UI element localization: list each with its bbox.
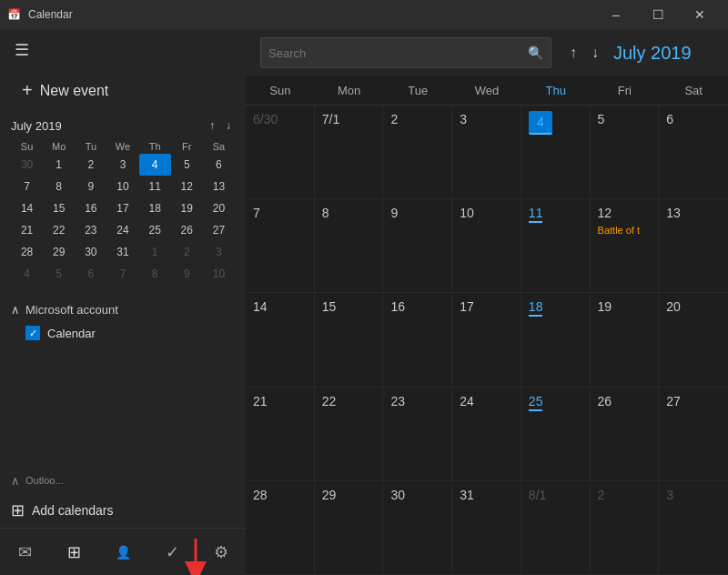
mini-cal-day[interactable]: 6: [203, 154, 235, 176]
mini-cal-day[interactable]: 3: [203, 241, 235, 263]
cal-cell[interactable]: 12Battle of t: [591, 199, 660, 292]
cal-cell[interactable]: 11: [521, 199, 591, 292]
cal-cell[interactable]: 13: [659, 199, 728, 292]
cal-cell[interactable]: 7: [246, 199, 315, 292]
mini-cal-day[interactable]: 15: [43, 197, 75, 219]
cal-cell[interactable]: 27: [659, 388, 728, 480]
mini-cal-day[interactable]: 18: [139, 197, 171, 219]
mini-cal-day[interactable]: 4: [139, 154, 171, 176]
cal-cell[interactable]: 5: [591, 106, 660, 198]
mini-cal-day[interactable]: 1: [139, 241, 171, 263]
cal-cell[interactable]: 17: [452, 293, 521, 386]
maximize-button[interactable]: ☐: [637, 0, 679, 29]
mini-cal-prev-button[interactable]: ↑: [206, 117, 218, 134]
mini-cal-day[interactable]: 2: [75, 154, 106, 176]
mini-cal-day[interactable]: 20: [203, 197, 235, 219]
cal-cell[interactable]: 2: [383, 106, 452, 198]
cal-cell[interactable]: 18: [521, 293, 591, 386]
mini-cal-day[interactable]: 23: [75, 219, 106, 241]
cal-cell[interactable]: 7/1: [315, 106, 384, 198]
mini-cal-day[interactable]: 21: [11, 219, 43, 241]
settings-nav-button[interactable]: ⚙: [197, 529, 246, 575]
mini-cal-day[interactable]: 9: [75, 176, 106, 197]
cal-cell[interactable]: 19: [591, 293, 660, 386]
mini-cal-day[interactable]: 5: [171, 154, 203, 176]
cal-cell[interactable]: 4: [521, 106, 591, 198]
cal-cell[interactable]: 8: [315, 199, 384, 292]
mini-cal-day[interactable]: 7: [106, 263, 138, 285]
cal-cell[interactable]: 10: [452, 199, 521, 292]
cal-cell[interactable]: 21: [246, 388, 315, 480]
next-month-button[interactable]: ↓: [588, 41, 602, 65]
mini-cal-day[interactable]: 2: [171, 241, 203, 263]
mini-cal-day[interactable]: 25: [139, 219, 171, 241]
account-header[interactable]: ∧ Microsoft account: [11, 299, 235, 320]
cal-cell[interactable]: 15: [315, 293, 384, 386]
cal-cell[interactable]: 20: [659, 293, 728, 386]
outlook-section[interactable]: ∧ Outloo...: [0, 468, 246, 493]
mini-cal-day[interactable]: 24: [106, 219, 138, 241]
mini-cal-day[interactable]: 3: [106, 154, 138, 176]
close-button[interactable]: ✕: [679, 0, 721, 29]
mini-cal-day[interactable]: 10: [203, 263, 235, 285]
mini-cal-day[interactable]: 16: [75, 197, 106, 219]
cal-cell[interactable]: 26: [591, 388, 660, 480]
mini-cal-day[interactable]: 22: [43, 219, 75, 241]
add-calendars-button[interactable]: ⊞ Add calendars: [0, 493, 246, 528]
mini-cal-day[interactable]: 6: [75, 263, 106, 285]
cal-cell[interactable]: 22: [315, 388, 384, 480]
cal-cell[interactable]: 3: [452, 106, 521, 198]
cal-cell[interactable]: 24: [452, 388, 521, 480]
mini-cal-day[interactable]: 8: [43, 176, 75, 197]
mini-cal-day[interactable]: 29: [43, 241, 75, 263]
search-input[interactable]: [268, 46, 528, 60]
mini-cal-day[interactable]: 28: [11, 241, 43, 263]
people-nav-button[interactable]: 👤: [98, 529, 147, 575]
mini-cal-day[interactable]: 8: [139, 263, 171, 285]
account-calendar-item[interactable]: Calendar: [11, 320, 235, 346]
mini-cal-day[interactable]: 5: [43, 263, 75, 285]
cal-cell[interactable]: 2: [591, 481, 660, 574]
hamburger-button[interactable]: ☰: [11, 36, 36, 64]
mini-cal-day[interactable]: 4: [11, 263, 43, 285]
mini-cal-day[interactable]: 19: [171, 197, 203, 219]
mini-cal-day[interactable]: 27: [203, 219, 235, 241]
mini-cal-day[interactable]: 13: [203, 176, 235, 197]
mini-cal-day[interactable]: 17: [106, 197, 138, 219]
mini-cal-day[interactable]: 26: [171, 219, 203, 241]
cal-cell[interactable]: 16: [383, 293, 452, 386]
cal-cell[interactable]: 23: [383, 388, 452, 480]
prev-month-button[interactable]: ↑: [566, 41, 581, 65]
cal-cell[interactable]: 14: [246, 293, 315, 386]
cal-cell[interactable]: 3: [659, 481, 728, 574]
cal-cell[interactable]: 6: [659, 106, 728, 198]
cal-cell[interactable]: 25: [521, 388, 591, 480]
mini-cal-next-button[interactable]: ↓: [222, 117, 235, 134]
cal-cell[interactable]: 28: [246, 481, 315, 574]
mini-cal-day[interactable]: 1: [43, 154, 75, 176]
mini-cal-day[interactable]: 30: [75, 241, 106, 263]
search-box[interactable]: 🔍: [260, 37, 551, 68]
cal-cell[interactable]: 9: [383, 199, 452, 292]
cal-cell[interactable]: 30: [383, 481, 452, 574]
cal-date: 2: [598, 488, 605, 502]
cal-cell[interactable]: 6/30: [246, 106, 315, 198]
mini-cal-day[interactable]: 7: [11, 176, 43, 197]
mini-cal-day[interactable]: 10: [106, 176, 138, 197]
calendar-checkbox[interactable]: [25, 326, 40, 340]
mini-cal-day[interactable]: 11: [139, 176, 171, 197]
mail-nav-button[interactable]: ✉: [0, 529, 49, 575]
mini-cal-day[interactable]: 12: [171, 176, 203, 197]
cal-event[interactable]: Battle of t: [598, 225, 652, 236]
new-event-button[interactable]: + New event: [11, 73, 235, 108]
cal-cell[interactable]: 8/1: [521, 481, 591, 574]
cal-cell[interactable]: 31: [452, 481, 521, 574]
cal-cell[interactable]: 29: [315, 481, 384, 574]
mini-cal-day[interactable]: 9: [171, 263, 203, 285]
tasks-nav-button[interactable]: ✓: [147, 529, 197, 575]
mini-cal-day[interactable]: 31: [106, 241, 138, 263]
minimize-button[interactable]: –: [595, 0, 637, 29]
calendar-nav-button[interactable]: ⊞: [49, 529, 98, 575]
mini-cal-day[interactable]: 30: [11, 154, 43, 176]
mini-cal-day[interactable]: 14: [11, 197, 43, 219]
